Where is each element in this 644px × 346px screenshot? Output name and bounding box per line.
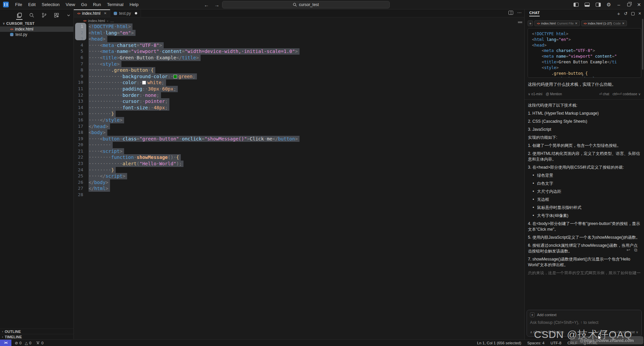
extensions-icon[interactable] — [54, 11, 59, 19]
context-pill[interactable]: <>index.html (1-27)Code✕ — [581, 20, 627, 26]
chat-code-line: <head> — [532, 43, 641, 48]
chat-code-line: <meta charset="UTF-8"> — [532, 48, 641, 54]
retry-icon[interactable]: ↩ — [627, 247, 630, 253]
response-paragraph: 总的来说，这是一个简单的交互式网页示例，展示了如何创建一个自定义按钮并添加交互功… — [528, 270, 641, 275]
chat-tab[interactable]: CHAT — [529, 11, 540, 16]
more-views-chevron-icon[interactable] — [66, 11, 71, 19]
line-number: 10 — [74, 79, 89, 86]
nav-forward-button[interactable]: → — [214, 2, 219, 8]
menu-edit[interactable]: Edit — [25, 0, 39, 9]
line-content: ········function·showMessage()·{ — [89, 154, 181, 161]
tab-test.py[interactable]: test.py — [110, 9, 141, 17]
divider — [525, 99, 644, 100]
close-chat-icon[interactable]: ✕ — [638, 11, 641, 16]
chat-code-preview[interactable]: <!DOCTYPE html><html lang="en"><head> <m… — [528, 28, 641, 78]
timeline-section[interactable]: › TIMELINE — [0, 334, 73, 339]
line-content: ········.green-button·{ — [89, 67, 155, 73]
code-editor[interactable]: 1<!DOCTYPE·html>2<html·lang="en">3<head>… — [74, 23, 524, 198]
add-context-pill[interactable]: + — [528, 20, 533, 26]
line-number: 28 — [74, 192, 89, 198]
toggle-secondary-sidebar-icon[interactable] — [596, 3, 601, 7]
pill-label: index.html (1-27) — [588, 21, 612, 25]
editor-group: <>index.html✕test.py ⋯ <> index.html › …… — [74, 9, 524, 339]
chat-history-icon[interactable]: ↺ — [624, 11, 628, 16]
message-controls: ∨ o1-mini @ Mention ⏎ chat ctrl+⏎ codeba… — [528, 92, 641, 96]
explorer-icon[interactable] — [17, 11, 22, 19]
settings-gear-icon[interactable]: ⚙ — [604, 0, 614, 9]
code-line: 24········} — [74, 167, 524, 173]
source-control-icon[interactable] — [42, 11, 47, 19]
line-number: 15 — [74, 111, 89, 117]
code-line: 4····<meta·charset="UTF-8"> — [74, 42, 524, 49]
pill-close-icon[interactable]: ✕ — [575, 22, 578, 25]
tab-index.html[interactable]: <>index.html✕ — [74, 9, 110, 17]
radio-tower-icon — [36, 341, 40, 345]
new-chat-icon[interactable]: + — [617, 11, 620, 16]
expand-code-chevron-icon[interactable]: ∨ — [582, 73, 584, 77]
toggle-panel-icon[interactable] — [585, 3, 590, 7]
chat-scrollbar[interactable] — [642, 19, 643, 70]
app-logo-icon — [3, 2, 9, 7]
menu-selection[interactable]: Selection — [39, 0, 62, 9]
menu-terminal[interactable]: Terminal — [104, 0, 126, 9]
code-line: 3<head> — [74, 36, 524, 42]
error-icon: ⊘ — [15, 341, 18, 345]
outline-section[interactable]: › OUTLINE — [0, 329, 73, 334]
add-context-button[interactable]: + Add context — [530, 312, 638, 317]
codebase-hint[interactable]: ctrl+⏎ codebase ∨ — [612, 92, 641, 96]
split-editor-icon[interactable] — [508, 11, 513, 15]
editor-more-actions-icon[interactable]: ⋯ — [517, 11, 522, 15]
chat-code-line: <style> — [532, 65, 641, 71]
toggle-sidebar-icon[interactable] — [574, 3, 579, 7]
problems-indicator[interactable]: ⊘0 △0 — [15, 341, 31, 345]
tab-label: test.py — [119, 11, 131, 16]
menu-help[interactable]: Help — [126, 0, 142, 9]
line-number: 13 — [74, 98, 89, 105]
nav-back-button[interactable]: ← — [204, 2, 209, 8]
code-line: 25····</script> — [74, 173, 524, 179]
open-in-editor-icon[interactable] — [631, 12, 635, 15]
window-minimize-button[interactable]: – — [614, 0, 624, 9]
remote-indicator[interactable]: >< — [0, 340, 11, 346]
tab-close-icon[interactable]: ✕ — [104, 11, 107, 15]
explorer-root-folder[interactable]: ∨ CURSOR_TEST — [0, 19, 73, 26]
status-item[interactable]: Ln 1, Col 1 (656 selected) — [477, 341, 521, 345]
user-message: 这段代码使用了什么技术栈，实现了什么功能。 — [528, 82, 641, 88]
code-line: 17</head> — [74, 123, 524, 130]
bullet-text: 大尺寸内边距 — [537, 189, 561, 194]
line-content: ····<title>Green·Button·Example</title> — [89, 55, 201, 61]
code-line: 10············color:·white; — [74, 79, 524, 86]
code-line: 18<body> — [74, 129, 524, 136]
response-paragraph: 这段代码使用了以下技术栈: — [528, 103, 641, 108]
menu-go[interactable]: Go — [78, 0, 90, 9]
menu-file[interactable]: File — [12, 0, 25, 9]
window-restore-button[interactable] — [624, 0, 634, 9]
copy-icon[interactable]: ⧉ — [634, 247, 637, 253]
code-line: 26</body> — [74, 179, 524, 186]
code-line: 1<!DOCTYPE·html> — [74, 23, 524, 30]
pill-close-icon[interactable]: ✕ — [622, 22, 625, 25]
line-content: ····</script> — [89, 173, 127, 179]
response-bullet: •大号字体(48像素) — [528, 213, 641, 219]
context-pills: + <>index.htmlCurrent File✕<>index.html … — [528, 20, 627, 26]
search-panel-icon[interactable] — [29, 11, 34, 19]
response-bullet: •大尺寸内边距 — [528, 189, 641, 194]
command-search-box[interactable]: cursor_test — [222, 1, 390, 8]
line-number: 7 — [74, 61, 89, 67]
send-chat-hint[interactable]: ⏎ chat — [599, 92, 609, 96]
model-selector[interactable]: ∨ o1-mini — [528, 92, 542, 96]
file-item-test.py[interactable]: test.py — [0, 32, 73, 37]
window-close-button[interactable]: ✕ — [634, 0, 644, 9]
response-paragraph: 3. 在<head>部分使用内联CSS样式定义了按钮的外观: — [528, 165, 641, 170]
context-pill[interactable]: <>index.htmlCurrent File✕ — [534, 20, 580, 26]
file-item-index.html[interactable]: <>index.html — [0, 26, 73, 32]
menu-view[interactable]: View — [63, 0, 78, 9]
menu-run[interactable]: Run — [90, 0, 104, 9]
breadcrumb[interactable]: <> index.html › … — [83, 18, 114, 23]
response-paragraph: 5. 使用内联JavaScript定义了一个名为showMessage()的函数… — [528, 235, 641, 240]
code-line: 2<html·lang="en"> — [74, 30, 524, 36]
ports-indicator[interactable]: 0 — [36, 341, 43, 345]
menu-bar: FileEditSelectionViewGoRunTerminalHelp — [12, 0, 142, 9]
mention-button[interactable]: @ Mention — [546, 92, 562, 96]
explorer-sidebar: ∨ CURSOR_TEST <>index.htmltest.py › OUTL… — [0, 9, 74, 339]
